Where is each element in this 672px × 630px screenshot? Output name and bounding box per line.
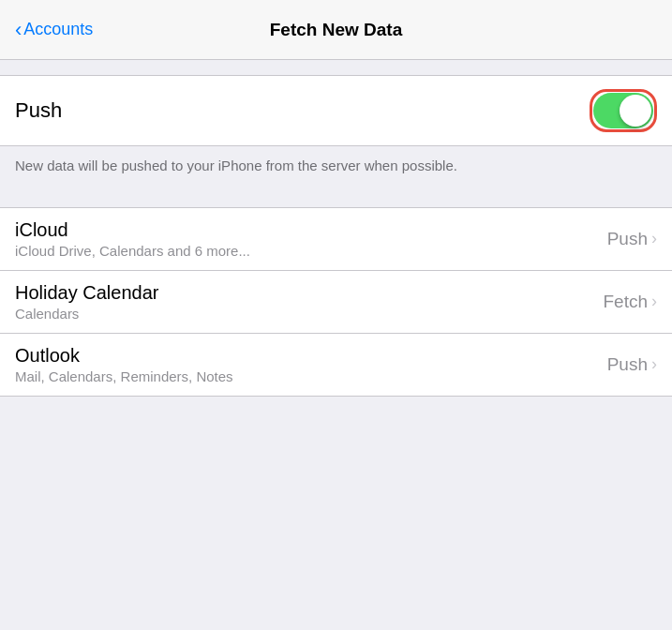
account-info-holiday-calendar: Holiday Calendar Calendars [15,282,158,322]
account-status-holiday-calendar: Fetch › [603,292,657,312]
push-label: Push [15,98,62,123]
account-detail-icloud: iCloud Drive, Calendars and 6 more... [15,243,250,259]
account-status-icloud: Push › [607,229,657,249]
account-info-outlook: Outlook Mail, Calendars, Reminders, Note… [15,345,233,384]
push-toggle[interactable] [593,93,653,128]
push-description: New data will be pushed to your iPhone f… [0,146,672,192]
account-row-icloud[interactable]: iCloud iCloud Drive, Calendars and 6 mor… [0,208,672,271]
push-row: Push [0,76,672,145]
chevron-right-icon-icloud: › [651,229,657,248]
push-group: Push [0,75,672,146]
push-toggle-container [590,89,657,132]
account-row-outlook[interactable]: Outlook Mail, Calendars, Reminders, Note… [0,334,672,396]
account-status-label-icloud: Push [607,229,648,249]
account-detail-outlook: Mail, Calendars, Reminders, Notes [15,368,233,384]
account-status-label-holiday-calendar: Fetch [603,292,648,312]
account-status-label-outlook: Push [607,354,648,375]
account-name-outlook: Outlook [15,345,233,367]
chevron-left-icon: ‹ [15,20,22,40]
push-description-text: New data will be pushed to your iPhone f… [15,158,457,173]
page-title: Fetch New Data [270,20,402,40]
push-section: Push New data will be pushed to your iPh… [0,75,672,192]
toggle-knob [620,95,651,127]
chevron-right-icon-outlook: › [651,354,657,374]
account-name-holiday-calendar: Holiday Calendar [15,282,158,304]
account-info-icloud: iCloud iCloud Drive, Calendars and 6 mor… [15,219,250,259]
account-detail-holiday-calendar: Calendars [15,306,158,322]
account-name-icloud: iCloud [15,219,250,241]
back-label: Accounts [23,20,93,39]
back-button[interactable]: ‹ Accounts [15,20,93,40]
navigation-bar: ‹ Accounts Fetch New Data [0,0,672,60]
chevron-right-icon-holiday-calendar: › [651,292,657,311]
account-row-holiday-calendar[interactable]: Holiday Calendar Calendars Fetch › [0,271,672,334]
accounts-section: iCloud iCloud Drive, Calendars and 6 mor… [0,207,672,397]
account-status-outlook: Push › [607,354,657,375]
